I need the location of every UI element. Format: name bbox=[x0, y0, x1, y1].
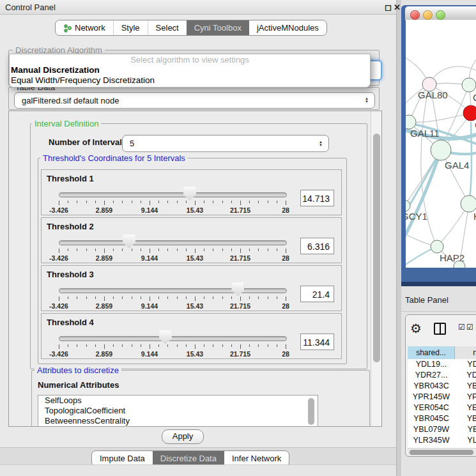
number-of-intervals-combobox[interactable]: 5 ▲ ▼ bbox=[122, 135, 329, 152]
apply-button[interactable]: Apply bbox=[162, 429, 204, 444]
threshold-value-field[interactable]: 11.344 bbox=[300, 334, 334, 350]
tab-impute-data[interactable]: Impute Data bbox=[92, 451, 153, 466]
network-node[interactable] bbox=[463, 105, 476, 121]
slider-major-tick bbox=[104, 296, 105, 301]
network-canvas[interactable]: GAL80GCGAL11GAL4GCY1HHAP2 bbox=[406, 20, 476, 268]
table-cell-name[interactable]: YDR2 bbox=[455, 370, 476, 381]
deselect-columns-icon[interactable]: ☑ bbox=[466, 323, 473, 332]
settings-scrollbar-track[interactable] bbox=[371, 111, 382, 426]
dropdown-hint-option[interactable]: Select algorithm to view settings bbox=[10, 55, 370, 65]
slider-minor-tick bbox=[177, 296, 178, 299]
threshold-slider-thumb[interactable] bbox=[183, 187, 196, 201]
column-header-shared[interactable]: shared... bbox=[408, 346, 455, 359]
threshold-label: Threshold 3 bbox=[47, 270, 94, 279]
zoom-window-icon[interactable] bbox=[436, 10, 445, 20]
slider-minor-tick bbox=[86, 201, 87, 203]
close-window-icon[interactable] bbox=[410, 10, 420, 20]
table-cell-shared-name[interactable]: YER054C bbox=[408, 403, 455, 413]
tab-select[interactable]: Select bbox=[148, 20, 187, 35]
tab-network[interactable]: Network bbox=[56, 20, 113, 35]
threshold-slider-thumb[interactable] bbox=[231, 282, 244, 296]
network-node[interactable] bbox=[406, 200, 410, 211]
tab-jactivemnodules[interactable]: jActiveMNodules bbox=[249, 20, 326, 35]
table-cell-shared-name[interactable]: YBR043C bbox=[408, 381, 455, 392]
slider-minor-tick bbox=[167, 201, 168, 203]
threshold-slider-track[interactable] bbox=[59, 288, 287, 293]
table-cell-shared-name[interactable]: YDL19... bbox=[408, 359, 455, 370]
table-cell-name[interactable]: YBR0 bbox=[455, 413, 476, 424]
close-panel-icon[interactable]: ✕ bbox=[394, 3, 401, 12]
threshold-slider-track[interactable] bbox=[59, 192, 287, 197]
threshold-value-field[interactable]: 14.713 bbox=[300, 190, 334, 206]
attributes-list-scrollbar[interactable] bbox=[308, 398, 314, 425]
slider-minor-tick bbox=[158, 201, 159, 203]
table-hscrollbar-thumb[interactable] bbox=[410, 450, 473, 455]
attribute-list-item[interactable]: SelfLoops bbox=[38, 395, 318, 406]
table-data-value: galFiltered.sif default node bbox=[15, 96, 365, 105]
tab-infer-network[interactable]: Infer Network bbox=[224, 451, 289, 466]
table-cell-name[interactable]: YLR3 bbox=[455, 435, 476, 446]
threshold-value-field[interactable]: 21.4 bbox=[300, 286, 334, 302]
table-cell-name[interactable]: YDL1 bbox=[455, 359, 476, 370]
dropdown-option-manual-discretization[interactable]: Manual Discretization bbox=[11, 65, 100, 75]
slider-major-tick bbox=[150, 201, 150, 205]
table-cell-name[interactable]: YBL0 bbox=[455, 424, 476, 435]
attribute-list-item[interactable]: BetweennessCentrality bbox=[38, 416, 318, 426]
slider-minor-tick bbox=[86, 296, 87, 299]
table-panel-header: Table Panel bbox=[401, 286, 476, 312]
float-window-icon[interactable]: ◻ bbox=[385, 3, 392, 12]
table-cell-shared-name[interactable]: YBR045C bbox=[408, 413, 455, 424]
slider-tick-label: 9.144 bbox=[130, 254, 169, 262]
network-node[interactable] bbox=[431, 140, 451, 160]
minimize-window-icon[interactable] bbox=[423, 10, 433, 20]
dropdown-option-equal-width[interactable]: Equal Width/Frequency Discretization bbox=[11, 75, 155, 85]
table-cell-shared-name[interactable]: YPR145W bbox=[408, 392, 455, 403]
table-cell-shared-name[interactable]: YDR27... bbox=[408, 370, 455, 381]
slider-minor-tick bbox=[268, 201, 268, 203]
slider-major-tick bbox=[240, 249, 241, 253]
slider-minor-tick bbox=[213, 296, 213, 299]
network-node[interactable] bbox=[461, 196, 476, 212]
settings-scrollbar-thumb[interactable] bbox=[373, 134, 380, 362]
slider-major-tick bbox=[59, 296, 59, 301]
select-all-columns-icon[interactable]: ☑ bbox=[458, 323, 465, 332]
column-header-name[interactable]: na bbox=[455, 346, 476, 359]
threshold-slider-thumb[interactable] bbox=[159, 330, 172, 344]
slider-minor-tick bbox=[158, 249, 159, 251]
numerical-attributes-list[interactable]: SelfLoopsTopologicalCoefficientBetweenne… bbox=[38, 395, 318, 427]
threshold-slider-thumb[interactable] bbox=[123, 234, 135, 249]
threshold-value-field[interactable]: 6.316 bbox=[300, 238, 334, 254]
table-cell-name[interactable]: YBR0 bbox=[455, 381, 476, 392]
attribute-list-item[interactable]: TopologicalCoefficient bbox=[38, 406, 318, 416]
gear-icon[interactable]: ⚙ bbox=[410, 321, 422, 336]
slider-minor-tick bbox=[132, 296, 132, 299]
numerical-attributes-label: Numerical Attributes bbox=[38, 380, 119, 390]
tab-style[interactable]: Style bbox=[113, 20, 148, 35]
network-node[interactable] bbox=[462, 78, 476, 92]
network-node-label: GCY1 bbox=[406, 211, 427, 222]
slider-tick-label: -3.426 bbox=[40, 254, 78, 262]
columns-icon[interactable] bbox=[434, 323, 446, 335]
slider-tick-label: -3.426 bbox=[40, 350, 78, 358]
slider-minor-tick bbox=[231, 296, 232, 299]
tab-cyni-toolbox[interactable]: Cyni Toolbox bbox=[187, 20, 249, 35]
slider-minor-tick bbox=[167, 249, 168, 251]
threshold-slider-track[interactable] bbox=[59, 240, 287, 245]
table-cell-shared-name[interactable]: YBL079W bbox=[408, 424, 455, 435]
slider-minor-tick bbox=[268, 249, 268, 251]
table-hscrollbar-track[interactable] bbox=[408, 448, 476, 456]
tab-discretize-data[interactable]: Discretize Data bbox=[153, 451, 224, 466]
tab-cyni-toolbox-label: Cyni Toolbox bbox=[194, 23, 242, 33]
threshold-slider-track[interactable] bbox=[59, 336, 287, 341]
network-node[interactable] bbox=[431, 240, 443, 253]
table-cell-name[interactable]: YER0 bbox=[455, 403, 476, 413]
table-cell-shared-name[interactable]: YLR345W bbox=[408, 435, 455, 446]
table-cell-name[interactable]: YPR1 bbox=[455, 392, 476, 403]
slider-minor-tick bbox=[204, 296, 204, 299]
slider-minor-tick bbox=[213, 249, 213, 251]
slider-minor-tick bbox=[177, 201, 178, 203]
network-node-label: GAL11 bbox=[410, 128, 440, 139]
slider-minor-tick bbox=[177, 344, 178, 347]
table-data-combobox[interactable]: galFiltered.sif default node ▲ ▼ bbox=[14, 92, 375, 109]
slider-minor-tick bbox=[86, 344, 87, 347]
